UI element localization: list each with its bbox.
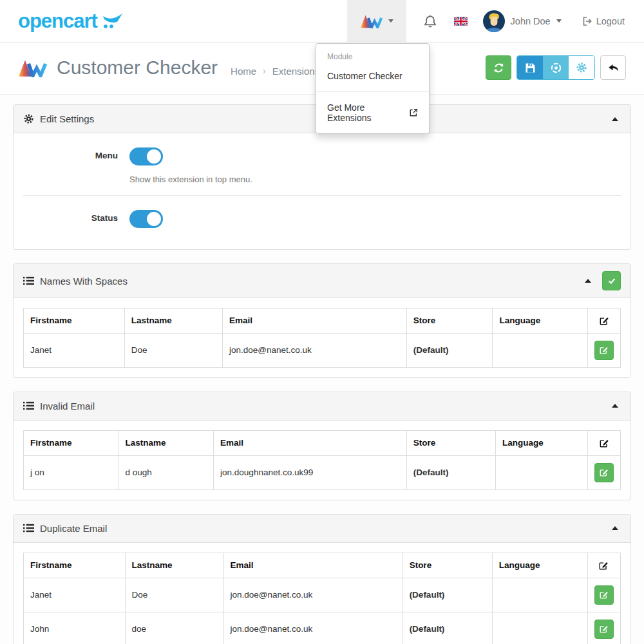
menu-setting-help: Show this extension in top menu. [129,175,621,184]
col-email: Email [222,308,406,334]
list-icon [23,276,34,285]
opencart-cart-icon [101,12,124,30]
cell-language [493,333,588,367]
uk-flag-icon [454,17,468,26]
collapse-panel-button[interactable] [582,276,594,285]
col-email: Email [223,553,402,578]
edit-row-button[interactable] [594,341,614,360]
user-menu-toggle[interactable]: John Doe [483,10,562,32]
collapse-panel-button[interactable] [609,401,621,410]
menu-item-get-more-extensions[interactable]: Get More Extensions [316,97,429,128]
gear-icon [576,62,587,73]
cell-lastname: Doe [125,578,223,612]
menu-item-label: Get More Extensions [327,102,404,123]
menu-setting-row: Menu Show this extension in top menu. [23,147,621,184]
table-row: John doe jon.doe@nanet.co.uk (Default) [24,612,621,644]
col-store: Store [402,553,492,578]
table-header-row: Firstname Lastname Email Store Language [24,553,621,578]
back-button[interactable] [600,55,626,80]
cell-language [495,455,587,489]
language-selector[interactable] [454,17,468,26]
content-area: Edit Settings Menu Show this extension i… [0,95,644,644]
module-dropdown-toggle[interactable] [347,0,406,42]
save-icon [525,62,536,73]
edit-icon [600,591,609,600]
chevron-up-icon [612,117,618,121]
edit-row-button[interactable] [594,585,614,605]
status-setting-label: Status [23,210,129,230]
chevron-up-icon [585,279,591,283]
col-firstname: Firstname [24,308,125,334]
edit-icon [600,346,609,355]
col-language: Language [493,308,588,334]
invalid-email-table: Firstname Lastname Email Store Language [23,430,621,490]
table-header-row: Firstname Lastname Email Store Language [24,308,621,334]
toggle-knob [147,149,161,164]
menu-toggle[interactable] [129,147,163,166]
cell-lastname: doe [125,612,223,644]
opencart-logo-text: opencart [18,10,97,33]
chevron-up-icon [612,404,618,408]
menu-item-customer-checker[interactable]: Customer Checker [316,66,429,86]
edit-row-button[interactable] [594,620,614,639]
edit-row-button[interactable] [594,463,614,482]
notifications-button[interactable] [423,14,437,29]
status-toggle[interactable] [129,210,163,228]
names-with-spaces-heading: Names With Spaces [14,264,630,298]
col-edit [587,553,620,578]
save-button[interactable] [517,56,543,79]
cell-store: (Default) [406,333,493,367]
page-title: Customer Checker [57,57,218,79]
duplicate-email-heading: Duplicate Email [14,515,630,543]
col-lastname: Lastname [125,553,223,578]
col-firstname: Firstname [24,430,119,455]
refresh-button[interactable] [486,55,511,80]
opencart-logo[interactable]: opencart [18,10,124,33]
approve-all-button[interactable] [602,271,621,290]
breadcrumb-extensions[interactable]: Extensions [272,66,319,77]
cell-firstname: j on [24,455,119,489]
module-dropdown-menu: Module Customer Checker Get More Extensi… [316,43,430,134]
menu-setting-label: Menu [23,147,129,184]
chevron-up-icon [612,526,618,530]
logout-button[interactable]: Logout [581,15,625,27]
panel-title: Names With Spaces [40,276,128,287]
edit-icon [600,438,609,448]
invalid-email-heading: Invalid Email [14,392,630,421]
gear-icon [23,113,34,124]
refresh-icon [493,62,505,74]
cell-firstname: Janet [24,333,125,367]
menu-divider [316,91,429,92]
edit-settings-body: Menu Show this extension in top menu. St… [14,133,630,249]
cell-language [492,578,587,612]
logout-icon [581,15,592,27]
names-with-spaces-table: Firstname Lastname Email Store Language [23,308,621,368]
edit-icon [599,560,609,570]
settings-button[interactable] [569,56,594,79]
external-link-icon [409,108,418,117]
save-and-stay-button[interactable] [543,56,569,79]
col-lastname: Lastname [124,308,222,334]
breadcrumb-home[interactable]: Home [231,66,256,77]
invalid-email-panel: Invalid Email Firstname Lastname Email S… [13,392,631,500]
cell-lastname: Doe [124,333,222,367]
table-row: Janet Doe jon.doe@nanet.co.uk (Default) [24,578,621,612]
header-action-buttons [486,55,626,80]
duplicate-email-table: Firstname Lastname Email Store Language [23,553,621,644]
panel-title: Duplicate Email [40,523,107,534]
edit-icon [600,468,609,477]
cell-firstname: John [24,612,126,644]
collapse-panel-button[interactable] [609,115,621,124]
collapse-panel-button[interactable] [609,524,621,533]
cell-email: jon.doughnanet.co.uk99 [214,455,407,489]
form-divider [23,195,621,196]
circle-target-icon [550,62,562,74]
edit-icon [600,316,609,325]
top-navbar: opencart [0,0,644,43]
panel-title: Edit Settings [40,113,94,124]
col-language: Language [492,553,587,578]
list-icon [23,524,34,533]
col-language: Language [495,430,587,455]
cell-language [492,612,587,644]
menu-item-label: Customer Checker [327,71,402,81]
